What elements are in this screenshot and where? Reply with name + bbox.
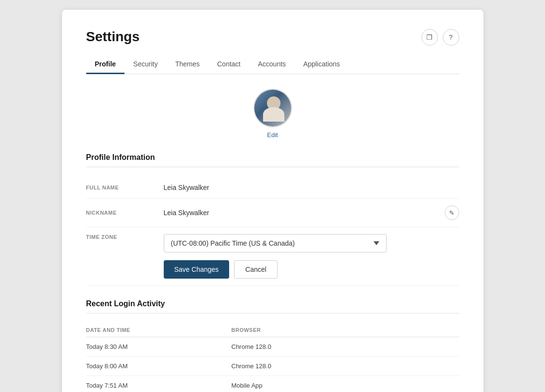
activity-section-title: Recent Login Activity [86,299,459,308]
profile-info-section: Profile Information FULL NAME Leia Skywa… [86,153,459,286]
nickname-value: Leia Skywalker [164,209,440,217]
nickname-label: NICKNAME [86,210,164,216]
tab-accounts[interactable]: Accounts [249,55,295,74]
tab-contact[interactable]: Contact [208,55,249,74]
activity-date: Today 7:51 AM [86,376,232,392]
form-button-row: Save Changes Cancel [164,260,459,279]
activity-table: DATE AND TIME BROWSER Today 8:30 AMChrom… [86,323,459,392]
help-button[interactable]: ? [443,29,459,46]
full-name-value: Leia Skywalker [164,184,459,191]
tab-themes[interactable]: Themes [167,55,209,74]
activity-date: Today 8:30 AM [86,337,232,357]
nickname-edit-button[interactable]: ✎ [445,205,459,220]
page-title: Settings [86,29,140,45]
copy-button[interactable]: ❐ [421,29,438,46]
profile-section-title: Profile Information [86,153,459,162]
copy-icon: ❐ [426,33,433,41]
header-icons: ❐ ? [421,29,459,46]
table-row: Today 7:51 AMMobile App [86,376,459,392]
tab-profile[interactable]: Profile [86,55,125,74]
activity-date: Today 8:00 AM [86,357,232,376]
avatar-section: Edit [86,89,459,139]
tab-security[interactable]: Security [125,55,167,74]
activity-browser: Chrome 128.0 [232,357,459,376]
table-row: Today 8:00 AMChrome 128.0 [86,357,459,376]
browser-column-header: BROWSER [232,323,459,337]
cancel-button[interactable]: Cancel [234,260,278,279]
settings-card: Settings ❐ ? Profile Security Themes Con… [62,10,483,392]
activity-section: Recent Login Activity DATE AND TIME BROW… [86,299,459,392]
page-header: Settings ❐ ? [86,29,459,46]
avatar-edit-link[interactable]: Edit [267,131,278,139]
activity-divider [86,313,459,314]
table-row: Today 8:30 AMChrome 128.0 [86,337,459,357]
pencil-icon: ✎ [449,209,454,217]
section-divider [86,167,459,167]
timezone-row: TIME ZONE (UTC-12:00) International Date… [86,227,459,286]
timezone-select[interactable]: (UTC-12:00) International Date Line West… [164,234,387,252]
tab-applications[interactable]: Applications [295,55,349,74]
save-changes-button[interactable]: Save Changes [164,260,230,279]
nickname-row: NICKNAME Leia Skywalker ✎ [86,199,459,227]
date-column-header: DATE AND TIME [86,323,232,337]
activity-browser: Chrome 128.0 [232,337,459,357]
nickname-edit-action: ✎ [445,205,459,220]
tab-nav: Profile Security Themes Contact Accounts… [86,55,459,74]
help-icon: ? [449,33,453,41]
full-name-label: FULL NAME [86,185,164,190]
timezone-select-wrapper: (UTC-12:00) International Date Line West… [164,234,459,279]
avatar-image [254,90,291,126]
activity-browser: Mobile App [232,376,459,392]
full-name-row: FULL NAME Leia Skywalker [86,177,459,199]
timezone-label: TIME ZONE [86,234,164,240]
avatar [253,89,292,127]
